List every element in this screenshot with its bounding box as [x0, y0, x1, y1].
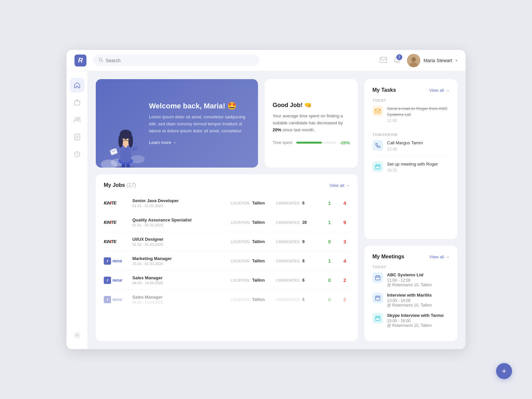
task-meeting-text: Set up meeting with Roger 16:15 [387, 161, 450, 173]
svg-rect-6 [74, 101, 80, 105]
company-logo-ignite-3: IGNITE [104, 239, 127, 244]
good-job-highlight: 20% [273, 127, 281, 132]
meetings-view-all-link[interactable]: View all → [429, 254, 450, 259]
progress-bar-fill [296, 142, 322, 144]
svg-rect-39 [375, 276, 380, 280]
task-icon-email [372, 106, 383, 116]
job-dates-3: 01.02 - 01.03.2020 [132, 242, 225, 246]
tasks-view-all-link[interactable]: View all → [429, 88, 450, 93]
job-candidates-4: CANDIDATES: 8 [276, 259, 319, 263]
app-logo[interactable]: R [74, 55, 86, 66]
svg-point-7 [75, 117, 77, 120]
recrur-r-icon: r [104, 296, 111, 303]
sidebar [66, 71, 88, 349]
top-nav: R 3 [66, 50, 466, 71]
time-progress-bar [296, 142, 336, 144]
hero-learn-more-link[interactable]: Learn more → [149, 140, 247, 145]
fab-button[interactable]: + [496, 363, 512, 379]
meeting-mariliis-loc: @ Rotermanni 10, Tallinn [387, 303, 432, 308]
sidebar-item-people[interactable] [70, 112, 84, 127]
jobs-view-all-link[interactable]: View all → [330, 183, 350, 188]
svg-point-27 [128, 134, 133, 148]
sidebar-item-home[interactable] [70, 78, 84, 92]
task-item-meeting: Set up meeting with Roger 16:15 [372, 161, 450, 177]
job-row[interactable]: r recrur Sales Manager 04.03 - 14.04.202… [104, 290, 350, 309]
job-title-1: Senior Java Developer [132, 198, 225, 203]
meeting-tarmo-loc: @ Rotermanni 10, Tallinn [387, 323, 444, 328]
job-green-3: 0 [325, 239, 334, 244]
meeting-abc-text: ABC Systems Ltd 11:00 - 12:00 @ Roterman… [387, 272, 432, 287]
meeting-item-tarmo: Skype Interview with Tarmo 15:00 - 16:00… [372, 313, 450, 328]
time-spent-label: Time spent [273, 140, 292, 145]
task-icon-meeting [372, 161, 383, 172]
task-item-email: Send e-mail to Roger from ABC Systems Lt… [372, 106, 450, 128]
task-icon-call [372, 140, 383, 151]
job-row[interactable]: r recrur Sales Manager 04.03 - 14.04.202… [104, 271, 350, 290]
task-meeting-time: 16:15 [387, 168, 450, 173]
search-bar[interactable] [93, 55, 259, 66]
job-row[interactable]: IGNITE Senior Java Developer 01.01 - 01.… [104, 194, 350, 213]
job-dates-4: 15.02 - 01.03.2020 [132, 262, 225, 266]
svg-point-4 [411, 57, 416, 62]
meeting-tarmo-time: 15:00 - 16:00 [387, 319, 444, 323]
job-info-3: UI/UX Designer 01.02 - 01.03.2020 [132, 237, 225, 246]
task-email-text: Send e-mail to Roger from ABC Systems Lt… [387, 106, 450, 123]
notification-button[interactable]: 3 [394, 56, 400, 65]
search-input[interactable] [106, 58, 254, 63]
job-dates-2: 01.01 - 01.02.2020 [132, 223, 225, 227]
svg-rect-22 [120, 148, 131, 162]
task-call-name: Call Margus Tamm [387, 140, 450, 146]
job-candidates-5: CANDIDATES: 6 [276, 278, 319, 283]
hero-card: Welcome back, Maria! 🤩 Lorem ipsum dolor… [96, 79, 258, 168]
sidebar-item-reports[interactable] [70, 130, 84, 144]
jobs-title-wrap: My Jobs (17) [104, 182, 136, 188]
right-panel: My Tasks View all → TODAY Send e-mail t [364, 79, 458, 341]
sidebar-item-settings[interactable] [70, 328, 84, 342]
meeting-abc-time: 11:00 - 12:00 [387, 278, 432, 283]
meeting-icon-mariliis [372, 293, 383, 303]
job-red-6: 2 [340, 297, 350, 302]
task-call-time: 13:45 [387, 147, 450, 152]
job-green-4: 1 [325, 258, 334, 264]
jobs-card: My Jobs (17) View all → IGNITE Senior Ja… [96, 174, 358, 341]
company-logo-ignite-1: IGNITE [104, 200, 127, 205]
sidebar-item-clock[interactable] [70, 147, 84, 162]
meeting-tarmo-name: Skype Interview with Tarmo [387, 313, 444, 318]
job-location-1: LOCATION: Tallinn [231, 201, 271, 205]
job-candidates-3: CANDIDATES: 9 [276, 239, 319, 244]
job-dates-1: 01.01 - 01.02.2020 [132, 204, 225, 208]
job-red-2: 9 [340, 219, 350, 225]
sidebar-item-jobs[interactable] [70, 95, 84, 110]
avatar [407, 54, 420, 67]
job-green-2: 1 [325, 219, 334, 225]
job-green-5: 0 [325, 277, 334, 283]
job-red-4: 4 [340, 258, 350, 264]
meeting-mariliis-text: Interview with Mariliis 13:00 - 14:00 @ … [387, 293, 432, 308]
email-button[interactable] [380, 57, 387, 64]
task-email-name: Send e-mail to Roger from ABC Systems Lt… [387, 106, 450, 118]
job-row[interactable]: IGNITE UI/UX Designer 01.02 - 01.03.2020… [104, 232, 350, 251]
svg-point-26 [118, 134, 123, 148]
job-row[interactable]: r recrur Marketing Manager 15.02 - 01.03… [104, 251, 350, 271]
meetings-header: My Meetings View all → [372, 254, 450, 260]
recrur-r-icon: r [104, 257, 111, 265]
svg-rect-9 [74, 134, 80, 140]
task-email-time: 11:00 [387, 118, 450, 123]
meeting-icon-tarmo [372, 313, 383, 324]
job-row[interactable]: IGNITE Quality Assurance Specialist 01.0… [104, 213, 350, 232]
job-title-6: Sales Manager [132, 295, 225, 300]
job-green-1: 1 [325, 200, 334, 206]
job-dates-5: 04.03 - 14.04.2020 [132, 281, 225, 285]
job-location-6: LOCATION: Tallinn [231, 297, 271, 302]
jobs-count: (17) [126, 182, 136, 188]
logo-icon: R [78, 57, 83, 64]
my-meetings-section: My Meetings View all → TODAY [364, 246, 458, 341]
job-location-5: LOCATION: Tallinn [231, 278, 271, 283]
user-menu[interactable]: Maria Stewart ▾ [407, 54, 458, 67]
meeting-tarmo-text: Skype Interview with Tarmo 15:00 - 16:00… [387, 313, 444, 328]
job-candidates-2: CANDIDATES: 28 [276, 220, 319, 225]
svg-rect-34 [375, 109, 380, 113]
meetings-title: My Meetings [372, 254, 404, 260]
hero-desc: Lorem ipsum dolor sit amet, consetetur s… [149, 114, 247, 134]
jobs-title: My Jobs [104, 182, 125, 188]
